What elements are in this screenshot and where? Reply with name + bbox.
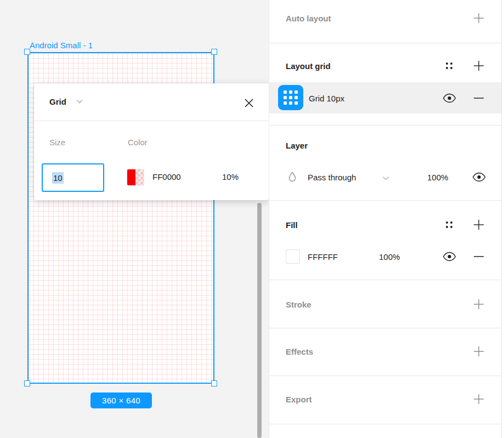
- divider: [269, 376, 501, 376]
- frame-size-badge: 360 × 640: [90, 393, 152, 408]
- layer-opacity-value[interactable]: 100%: [427, 173, 448, 182]
- fill-visibility-eye-icon[interactable]: [442, 249, 456, 264]
- grid-size-input[interactable]: 10: [42, 163, 104, 192]
- section-fill-title: Fill: [286, 220, 298, 230]
- fill-opacity-value[interactable]: 100%: [379, 252, 400, 261]
- close-icon[interactable]: [241, 95, 257, 111]
- size-label: Size: [49, 138, 65, 147]
- grid-settings-popup: Grid Size Color 10 FF0000 10%: [34, 83, 269, 200]
- color-swatch-solid-half: [127, 169, 135, 185]
- remove-grid-button[interactable]: [472, 91, 486, 105]
- selection-handle-top-right[interactable]: [211, 49, 217, 55]
- canvas[interactable]: Android Small - 1 360 × 640 Grid Size Co…: [0, 0, 269, 438]
- divider: [269, 328, 501, 328]
- grid-visibility-eye-icon[interactable]: [442, 91, 456, 105]
- add-effect-button[interactable]: [472, 344, 486, 359]
- divider: [269, 424, 501, 424]
- layer-visibility-eye-icon[interactable]: [472, 170, 486, 184]
- fill-color-swatch[interactable]: [286, 249, 300, 264]
- color-swatch-alpha-half: [135, 169, 144, 185]
- fill-hex-value[interactable]: FFFFFF: [308, 252, 338, 261]
- section-auto-layout-title: Auto layout: [286, 14, 331, 23]
- divider: [269, 125, 501, 126]
- grid-size-value: 10: [52, 172, 64, 184]
- popup-header: Grid: [34, 83, 269, 121]
- fill-styles-icon[interactable]: [442, 218, 456, 232]
- figma-window: Android Small - 1 360 × 640 Grid Size Co…: [0, 0, 504, 438]
- add-fill-button[interactable]: [472, 218, 486, 232]
- color-label: Color: [128, 138, 148, 147]
- frame-title[interactable]: Android Small - 1: [30, 41, 93, 50]
- grid-color-opacity[interactable]: 10%: [222, 172, 239, 181]
- section-layer-title: Layer: [286, 141, 308, 150]
- blend-mode-value[interactable]: Pass through: [308, 173, 356, 182]
- chevron-down-icon[interactable]: [378, 171, 393, 185]
- grid-color-hex[interactable]: FF0000: [152, 172, 181, 181]
- properties-panel: Auto layout Layout grid Grid 10px: [269, 0, 504, 438]
- section-layout-grid-title: Layout grid: [286, 61, 331, 71]
- divider: [269, 280, 501, 280]
- section-effects-title: Effects: [286, 347, 313, 356]
- grid-type-dropdown-label[interactable]: Grid: [49, 97, 66, 106]
- selection-handle-bottom-left[interactable]: [24, 380, 30, 386]
- grid-styles-icon[interactable]: [442, 59, 456, 73]
- chevron-down-icon[interactable]: [76, 99, 83, 104]
- divider: [269, 43, 501, 43]
- section-stroke-title: Stroke: [286, 300, 312, 309]
- add-export-button[interactable]: [472, 392, 486, 406]
- layout-grid-row[interactable]: Grid 10px: [269, 82, 501, 113]
- add-layout-grid-button[interactable]: [472, 59, 486, 73]
- panel-scrollbar-track-edge: [501, 0, 502, 438]
- selection-handle-top-left[interactable]: [24, 49, 30, 55]
- layout-grid-row-label[interactable]: Grid 10px: [309, 94, 344, 103]
- add-stroke-button[interactable]: [472, 297, 486, 311]
- remove-fill-button[interactable]: [472, 249, 486, 264]
- blend-mode-droplet-icon[interactable]: [285, 170, 299, 184]
- divider: [269, 200, 501, 201]
- section-export-title: Export: [286, 395, 312, 404]
- grid-type-icon[interactable]: [278, 85, 303, 110]
- selection-handle-bottom-right[interactable]: [211, 380, 217, 386]
- canvas-vertical-scrollbar[interactable]: [257, 203, 262, 438]
- add-auto-layout-button[interactable]: [472, 11, 486, 25]
- grid-color-swatch[interactable]: [127, 169, 144, 185]
